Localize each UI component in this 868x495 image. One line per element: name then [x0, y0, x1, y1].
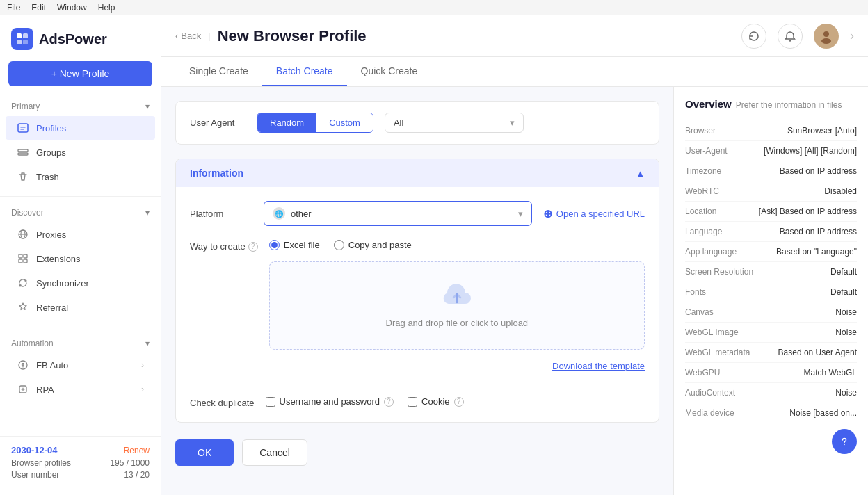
upload-area[interactable]: Drag and drop file or click to upload [269, 261, 645, 350]
sidebar-item-rpa[interactable]: RPA › [6, 378, 155, 401]
sidebar-item-profiles[interactable]: Profiles [6, 116, 155, 140]
way-to-create-label: Way to create ? [190, 240, 258, 252]
sidebar-primary-section: Primary ▾ Profiles Groups Trash [0, 95, 161, 192]
menu-window[interactable]: Window [57, 3, 87, 13]
open-url-plus-icon: ⊕ [543, 207, 552, 220]
overview-key: Fonts [685, 287, 706, 297]
footer-date: 2030-12-04 [11, 445, 58, 455]
username-info-icon[interactable]: ? [384, 397, 394, 407]
sidebar-item-fb-auto[interactable]: FB Auto › [6, 353, 155, 377]
download-template-link[interactable]: Download the template [269, 361, 645, 371]
header-right: › [741, 24, 854, 49]
primary-label: Primary [11, 102, 40, 111]
menu-help[interactable]: Help [98, 3, 115, 13]
user-agent-label: User Agent [190, 117, 246, 128]
information-section: Information ▲ Platform 🌐 other ▾ [175, 159, 659, 423]
user-agent-dropdown[interactable]: All ▾ [385, 113, 524, 133]
overview-row: Timezone Based on IP address [685, 161, 857, 181]
sidebar-item-proxies[interactable]: Proxies [6, 222, 155, 246]
renew-button[interactable]: Renew [124, 446, 150, 455]
check-duplicate-row: Check duplicate Username and password ? … [190, 396, 645, 408]
platform-value: other [291, 209, 312, 219]
overview-key: User-Agent [685, 146, 728, 156]
upload-text: Drag and drop file or click to upload [386, 318, 529, 328]
back-arrow-icon: ‹ [175, 31, 178, 41]
ok-button[interactable]: OK [175, 439, 234, 466]
username-label: Username and password [280, 396, 380, 407]
extensions-label: Extensions [36, 254, 81, 264]
overview-row: Location [Ask] Based on IP address [685, 202, 857, 222]
excel-label: Excel file [284, 240, 320, 250]
overview-row: Screen Resolution Default [685, 262, 857, 282]
sidebar-item-synchronizer[interactable]: Synchronizer [6, 271, 155, 295]
tabs-bar: Single Create Batch Create Quick Create [161, 57, 868, 87]
cookie-info-icon[interactable]: ? [454, 397, 464, 407]
open-url-button[interactable]: ⊕ Open a specified URL [543, 207, 645, 220]
profiles-label: Profiles [36, 123, 66, 133]
overview-row: Browser SunBrowser [Auto] [685, 121, 857, 141]
refresh-icon[interactable] [741, 24, 766, 49]
fb-auto-label: FB Auto [36, 360, 68, 371]
back-button[interactable]: ‹ Back [175, 31, 201, 41]
automation-label: Automation [11, 339, 54, 348]
nav-forward-arrow[interactable]: › [850, 29, 854, 43]
way-info-icon[interactable]: ? [248, 242, 258, 252]
overview-title: Overview [685, 98, 732, 110]
cookie-check-option[interactable]: Cookie ? [408, 396, 463, 407]
paste-radio[interactable] [334, 240, 344, 250]
overview-key: Canvas [685, 307, 714, 317]
menu-bar: File Edit Window Help [0, 0, 868, 15]
overview-value: Noise [835, 388, 857, 398]
sidebar-automation-section: Automation ▾ FB Auto › RPA [0, 332, 161, 405]
overview-value: Based on User Agent [778, 348, 857, 357]
information-header[interactable]: Information ▲ [176, 159, 659, 187]
rpa-icon [17, 383, 29, 396]
discover-section-header[interactable]: Discover ▾ [0, 204, 161, 222]
menu-file[interactable]: File [7, 3, 20, 13]
check-duplicate-label: Check duplicate [190, 396, 255, 408]
menu-edit[interactable]: Edit [31, 3, 46, 13]
overview-row: WebGL Image Noise [685, 323, 857, 343]
back-label: Back [181, 31, 201, 41]
cookie-checkbox[interactable] [408, 397, 417, 407]
tab-quick-create[interactable]: Quick Create [347, 57, 432, 86]
sidebar-item-referral[interactable]: Referral [6, 295, 155, 319]
way-radio-group: Excel file Copy and paste [269, 240, 645, 250]
overview-key: WebGL Image [685, 327, 739, 337]
excel-radio[interactable] [269, 240, 280, 250]
discover-label: Discover [11, 208, 44, 218]
sidebar: AdsPower + New Profile Primary ▾ Profile… [0, 15, 161, 495]
sidebar-item-trash[interactable]: Trash [6, 165, 155, 188]
primary-section-header[interactable]: Primary ▾ [0, 97, 161, 115]
svg-rect-10 [24, 254, 27, 258]
tab-batch-create[interactable]: Batch Create [262, 57, 347, 86]
overview-key: AudioContext [685, 388, 735, 398]
overview-row: User-Agent [Windows] [All] [Random] [685, 141, 857, 161]
svg-rect-5 [18, 149, 28, 152]
header-left: ‹ Back | New Browser Profile [175, 27, 367, 45]
support-button[interactable] [832, 429, 857, 454]
user-avatar[interactable] [814, 24, 839, 49]
overview-value: Default [830, 267, 857, 277]
tab-single-create[interactable]: Single Create [175, 57, 262, 86]
overview-value: SunBrowser [Auto] [787, 126, 857, 136]
excel-file-option[interactable]: Excel file [269, 240, 320, 250]
overview-subtitle: Prefer the information in files [736, 100, 842, 110]
new-profile-button[interactable]: + New Profile [8, 61, 152, 86]
custom-button[interactable]: Custom [316, 113, 373, 132]
proxies-icon [17, 228, 29, 241]
username-check-option[interactable]: Username and password ? [266, 396, 394, 407]
copy-paste-option[interactable]: Copy and paste [334, 240, 412, 250]
random-button[interactable]: Random [257, 113, 316, 132]
app-logo: AdsPower [0, 22, 161, 61]
sidebar-item-extensions[interactable]: Extensions [6, 247, 155, 270]
overview-value: [Ask] Based on IP address [759, 206, 857, 216]
user-number-label: User number [11, 470, 59, 480]
platform-select[interactable]: 🌐 other ▾ [264, 201, 532, 226]
sidebar-item-groups[interactable]: Groups [6, 140, 155, 164]
cancel-button[interactable]: Cancel [242, 439, 307, 466]
automation-section-header[interactable]: Automation ▾ [0, 334, 161, 352]
overview-value: Noise [835, 327, 857, 337]
username-checkbox[interactable] [266, 397, 275, 407]
notification-icon[interactable] [778, 24, 803, 49]
